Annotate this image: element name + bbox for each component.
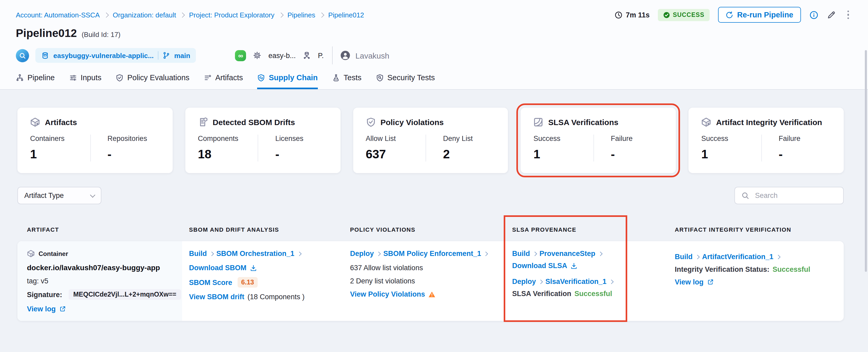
repo-name[interactable]: easybuggy-vulnerable-applic... [53, 52, 154, 59]
shield-check-icon [366, 117, 376, 127]
stat-value: 1 [533, 147, 593, 161]
download-sbom-link[interactable]: Download SBOM [189, 264, 247, 272]
info-icon [809, 10, 818, 19]
trigger-pipeline-name: easy-b... [269, 52, 296, 59]
tab-inputs[interactable]: Inputs [69, 73, 101, 89]
slsa-status-value: Successful [575, 290, 612, 298]
build-duration: 7m 11s [615, 11, 650, 19]
page-header: Account: Automation-SSCA Organization: d… [0, 0, 868, 90]
artifact-name: docker.io/lavakush07/easy-buggy-app [27, 263, 175, 272]
cube-icon [30, 117, 40, 127]
shield-chain-icon [257, 74, 265, 82]
sbom-score-link[interactable]: SBOM Score [189, 278, 232, 286]
card-artifacts: Artifacts Containers 1 Repositories - [18, 108, 173, 173]
summary-cards: Artifacts Containers 1 Repositories - [18, 108, 844, 173]
tab-policy-evaluations[interactable]: Policy Evaluations [116, 73, 189, 89]
sliders-icon [69, 74, 77, 82]
step-link[interactable]: SBOM Policy Enforcement_1 [383, 250, 481, 258]
more-options-button[interactable] [844, 9, 852, 20]
breadcrumb-account[interactable]: Account: Automation-SSCA [16, 11, 100, 19]
table-row: Container docker.io/lavakush07/easy-bugg… [18, 241, 844, 321]
rerun-pipeline-button[interactable]: Re-run Pipeline [718, 7, 801, 23]
trigger-initial: P. [318, 52, 324, 59]
card-title: Artifact Integrity Verification [716, 118, 822, 127]
stage-link[interactable]: Build [189, 250, 207, 258]
external-link-icon [707, 279, 714, 286]
ci-module-icon: ∞ [235, 50, 246, 61]
edit-pipeline-button[interactable] [827, 10, 836, 19]
step-link[interactable]: ArtifactVerification_1 [702, 253, 774, 261]
branch-name[interactable]: main [174, 52, 190, 59]
user-name: Lavakush [355, 51, 389, 60]
sbom-document-icon [198, 117, 208, 127]
pipeline-icon [16, 74, 24, 82]
vertical-scrollbar[interactable] [865, 50, 867, 272]
stage-link[interactable]: Deploy [512, 278, 536, 286]
breadcrumb-pipelines[interactable]: Pipelines [287, 11, 315, 19]
view-policy-violations-link[interactable]: View Policy Violations [350, 290, 425, 298]
refresh-icon [725, 11, 733, 19]
breadcrumb: Account: Automation-SSCA Organization: d… [16, 11, 364, 19]
tab-artifacts[interactable]: Artifacts [204, 73, 243, 89]
view-sbom-drift-link[interactable]: View SBOM drift [189, 293, 244, 301]
card-title: Detected SBOM Drifts [213, 118, 295, 127]
cell-sbom: Build SBOM Orchestration_1 Download SBOM… [182, 241, 343, 321]
chevron-down-icon [90, 192, 95, 197]
repository-icon [41, 52, 49, 59]
stat-label: Containers [30, 135, 90, 142]
status-badge: SUCCESS [658, 9, 710, 21]
step-link[interactable]: SlsaVerification_1 [546, 278, 607, 286]
flask-icon [332, 74, 340, 82]
integrity-status-value: Successful [773, 265, 810, 274]
artifact-type-label: Container [38, 250, 68, 257]
cell-policy: Deploy SBOM Policy Enforcement_1 637 All… [343, 241, 505, 321]
breadcrumb-project[interactable]: Project: Product Exploratory [189, 11, 275, 19]
chevron-right-icon [609, 280, 614, 284]
tab-security-tests[interactable]: Security Tests [376, 73, 435, 89]
card-slsa-verifications-highlighted: SLSA Verifications Success 1 Failure - [521, 108, 676, 173]
tab-tests[interactable]: Tests [332, 73, 362, 89]
stage-link[interactable]: Build [512, 250, 530, 258]
view-log-link[interactable]: View log [675, 278, 704, 286]
stat-label: Allow List [366, 135, 426, 142]
stage-link[interactable]: Deploy [350, 250, 374, 258]
stat-value: 637 [366, 147, 426, 161]
breadcrumb-organization[interactable]: Organization: default [113, 11, 176, 19]
repo-pill[interactable]: easybuggy-vulnerable-applic... main [35, 48, 196, 63]
stat-value: - [778, 147, 833, 161]
stat-label: Deny List [443, 135, 498, 142]
slsa-badge-icon [533, 117, 544, 127]
chevron-right-icon [279, 12, 283, 17]
search-icon [741, 192, 749, 199]
chevron-right-icon [598, 252, 602, 256]
divider [158, 51, 158, 60]
search-input[interactable] [754, 191, 837, 200]
step-link[interactable]: ProvenanceStep [539, 250, 595, 258]
view-log-link[interactable]: View log [27, 305, 56, 313]
tab-supply-chain[interactable]: Supply Chain [257, 73, 317, 89]
card-title: SLSA Verifications [548, 118, 619, 127]
artifact-type-select[interactable]: Artifact Type [18, 187, 101, 204]
card-title: Artifacts [45, 118, 77, 127]
step-link[interactable]: SBOM Orchestration_1 [216, 250, 294, 258]
chevron-right-icon [532, 252, 537, 256]
module-avatar [16, 49, 29, 62]
chevron-right-icon [180, 12, 185, 17]
signature-label: Signature: [27, 290, 62, 298]
shield-search-icon [376, 74, 383, 82]
chevron-right-icon [695, 255, 700, 259]
download-slsa-link[interactable]: Download SLSA [512, 262, 567, 270]
chevron-right-icon [297, 252, 302, 256]
supply-chain-content: Artifacts Containers 1 Repositories - [0, 90, 868, 321]
chevron-right-icon [319, 12, 324, 17]
breadcrumb-pipeline012[interactable]: Pipeline012 [328, 11, 364, 19]
clock-icon [615, 11, 623, 19]
pipeline-tabs: Pipeline Inputs Policy Evaluations Artif… [16, 73, 852, 89]
stat-label: Licenses [275, 135, 330, 142]
column-header-policy: POLICY VIOLATIONS [343, 226, 505, 233]
stat-label: Failure [778, 135, 833, 142]
tab-pipeline[interactable]: Pipeline [16, 73, 55, 89]
info-button[interactable] [809, 10, 818, 19]
chevron-right-icon [104, 12, 108, 17]
stage-link[interactable]: Build [675, 253, 693, 261]
